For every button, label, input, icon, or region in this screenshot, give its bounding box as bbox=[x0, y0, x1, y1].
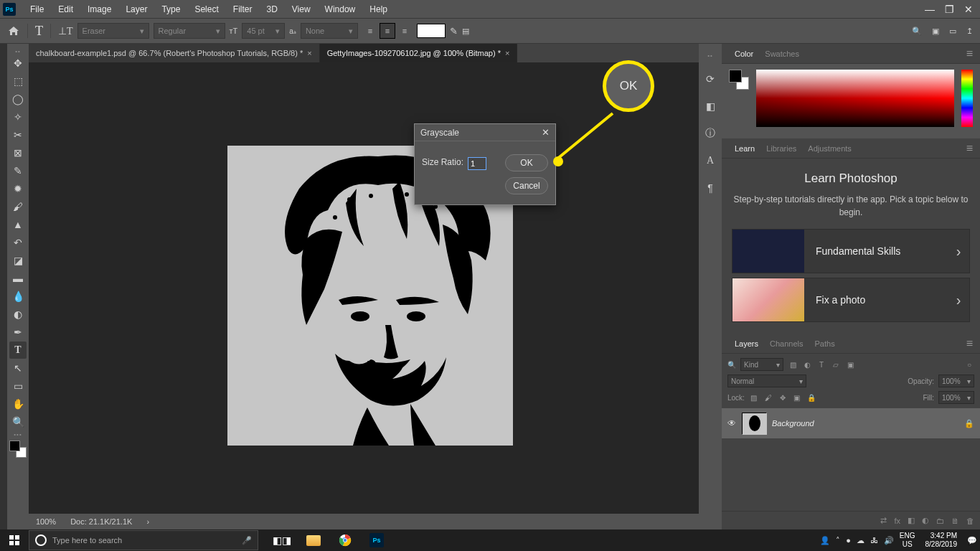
align-right-button[interactable]: ≡ bbox=[397, 23, 413, 39]
menu-3d[interactable]: 3D bbox=[259, 4, 284, 14]
tab-close-icon[interactable]: × bbox=[505, 49, 509, 57]
anti-alias-dropdown[interactable]: None▾ bbox=[301, 23, 358, 39]
panel-tab-color[interactable]: Color bbox=[729, 50, 759, 58]
layer-name[interactable]: Background bbox=[772, 419, 814, 428]
history-brush-tool[interactable]: ↶ bbox=[9, 234, 27, 251]
menu-window[interactable]: Window bbox=[318, 4, 363, 14]
network-icon[interactable]: 🖧 bbox=[870, 536, 878, 545]
panel-tab-adjustments[interactable]: Adjustments bbox=[802, 144, 857, 153]
blur-tool[interactable]: 💧 bbox=[9, 288, 27, 305]
panel-menu-icon[interactable]: ≡ bbox=[966, 142, 973, 155]
layer-style-icon[interactable]: fx bbox=[894, 517, 900, 525]
lasso-tool[interactable]: ◯ bbox=[9, 90, 27, 108]
volume-icon[interactable]: 🔊 bbox=[884, 536, 894, 545]
learn-card-fundamentals[interactable]: Fundamental Skills › bbox=[732, 229, 970, 273]
learn-card-fix-photo[interactable]: Fix a photo › bbox=[732, 278, 970, 322]
taskbar-search[interactable]: Type here to search 🎤 bbox=[29, 530, 258, 550]
panel-tab-paths[interactable]: Paths bbox=[809, 339, 841, 348]
search-icon[interactable]: 🔍 bbox=[912, 27, 922, 36]
text-color-swatch[interactable] bbox=[417, 24, 446, 38]
font-size-dropdown[interactable]: 45 pt▾ bbox=[242, 23, 285, 39]
pen-tool[interactable]: ✒ bbox=[9, 324, 27, 341]
file-explorer-icon[interactable] bbox=[298, 529, 329, 551]
filter-smart-icon[interactable]: ▣ bbox=[845, 359, 855, 369]
maximize-icon[interactable]: ❐ bbox=[945, 4, 954, 15]
align-left-button[interactable]: ≡ bbox=[362, 23, 378, 39]
tool-edit-icon[interactable]: ••• bbox=[14, 431, 22, 437]
notifications-icon[interactable]: 💬 bbox=[967, 536, 977, 545]
panel-menu-icon[interactable]: ≡ bbox=[966, 337, 973, 350]
menu-edit[interactable]: Edit bbox=[51, 4, 80, 14]
menu-view[interactable]: View bbox=[285, 4, 318, 14]
character-panel-icon[interactable]: A bbox=[703, 154, 717, 168]
panel-grip-icon[interactable]: •• bbox=[707, 52, 713, 59]
panel-tab-learn[interactable]: Learn bbox=[729, 144, 760, 153]
delete-layer-icon[interactable]: 🗑 bbox=[966, 517, 974, 525]
clock[interactable]: 3:42 PM 8/28/2019 bbox=[921, 532, 962, 549]
lock-artboard-icon[interactable]: ▣ bbox=[792, 392, 802, 402]
properties-panel-icon[interactable]: ◧ bbox=[703, 99, 717, 113]
color-spectrum[interactable] bbox=[756, 70, 954, 127]
tab-close-icon[interactable]: × bbox=[307, 49, 311, 57]
tray-chevron-icon[interactable]: ˄ bbox=[836, 536, 840, 545]
menu-type[interactable]: Type bbox=[154, 4, 187, 14]
lock-position-icon[interactable]: ✥ bbox=[778, 392, 788, 402]
status-chevron-icon[interactable]: › bbox=[146, 517, 149, 526]
panel-tab-layers[interactable]: Layers bbox=[729, 339, 764, 348]
menu-filter[interactable]: Filter bbox=[226, 4, 260, 14]
fill-field[interactable]: 100%▾ bbox=[938, 391, 974, 404]
cancel-button[interactable]: Cancel bbox=[505, 177, 548, 194]
lock-icon[interactable]: 🔒 bbox=[964, 419, 974, 428]
menu-layer[interactable]: Layer bbox=[118, 4, 154, 14]
document-tab[interactable]: GettyImages-1092706102.jpg @ 100% (Bitma… bbox=[320, 44, 518, 62]
menu-select[interactable]: Select bbox=[187, 4, 225, 14]
path-selection-tool[interactable]: ↖ bbox=[9, 359, 27, 377]
brush-tool[interactable]: 🖌 bbox=[9, 198, 27, 215]
hand-tool[interactable]: ✋ bbox=[9, 395, 27, 413]
lock-all-icon[interactable]: 🔒 bbox=[806, 392, 816, 402]
color-fg-bg-swatch[interactable] bbox=[729, 70, 749, 90]
new-layer-icon[interactable]: 🗎 bbox=[951, 517, 959, 525]
dialog-close-icon[interactable]: ✕ bbox=[542, 127, 550, 138]
font-family-dropdown[interactable]: Eraser▾ bbox=[77, 23, 149, 39]
chrome-icon[interactable] bbox=[330, 529, 360, 551]
type-tool[interactable]: T bbox=[9, 342, 27, 359]
filter-shape-icon[interactable]: ▱ bbox=[831, 359, 841, 369]
onedrive-icon[interactable]: ☁ bbox=[857, 536, 864, 545]
menu-image[interactable]: Image bbox=[80, 4, 118, 14]
document-tab[interactable]: chalkboard-example1.psd @ 66.7% (Robert'… bbox=[29, 44, 320, 62]
history-panel-icon[interactable]: ⟳ bbox=[703, 72, 717, 86]
share-icon[interactable]: ↥ bbox=[966, 27, 973, 36]
filter-pixel-icon[interactable]: ▧ bbox=[788, 359, 798, 369]
clone-stamp-tool[interactable]: ▲ bbox=[9, 216, 27, 233]
start-button[interactable] bbox=[0, 529, 29, 551]
info-panel-icon[interactable]: ⓘ bbox=[703, 126, 717, 141]
menu-file[interactable]: File bbox=[23, 4, 51, 14]
warp-text-icon[interactable]: ✎ bbox=[450, 26, 458, 37]
menu-help[interactable]: Help bbox=[362, 4, 395, 14]
dialog-titlebar[interactable]: Grayscale ✕ bbox=[415, 124, 555, 141]
eyedropper-tool[interactable]: ✎ bbox=[9, 162, 27, 179]
zoom-tool[interactable]: 🔍 bbox=[9, 413, 27, 430]
gradient-tool[interactable]: ▬ bbox=[9, 270, 27, 287]
panel-tab-libraries[interactable]: Libraries bbox=[760, 144, 802, 153]
rectangle-tool[interactable]: ▭ bbox=[9, 377, 27, 395]
layer-thumbnail[interactable] bbox=[742, 413, 766, 434]
crop-tool[interactable]: ✂ bbox=[9, 126, 27, 143]
mic-icon[interactable]: 🎤 bbox=[242, 536, 252, 545]
layer-mask-icon[interactable]: ◧ bbox=[908, 516, 915, 525]
eraser-tool[interactable]: ◪ bbox=[9, 252, 27, 269]
adjustment-layer-icon[interactable]: ◐ bbox=[922, 516, 929, 525]
lock-transparent-icon[interactable]: ▨ bbox=[749, 392, 759, 402]
filter-type-icon[interactable]: T bbox=[816, 359, 826, 369]
language-indicator[interactable]: ENG US bbox=[900, 532, 915, 549]
foreground-color-swatch[interactable] bbox=[9, 441, 20, 451]
filter-toggle-icon[interactable]: ○ bbox=[964, 359, 974, 369]
align-center-button[interactable]: ≡ bbox=[380, 23, 395, 39]
zoom-level[interactable]: 100% bbox=[36, 517, 56, 526]
screen-mode-icon[interactable]: ▭ bbox=[949, 27, 956, 36]
ok-button[interactable]: OK bbox=[505, 154, 548, 171]
minimize-icon[interactable]: — bbox=[925, 4, 935, 15]
photoshop-taskbar-icon[interactable]: Ps bbox=[362, 529, 392, 551]
blend-mode-dropdown[interactable]: Normal▾ bbox=[727, 375, 806, 387]
